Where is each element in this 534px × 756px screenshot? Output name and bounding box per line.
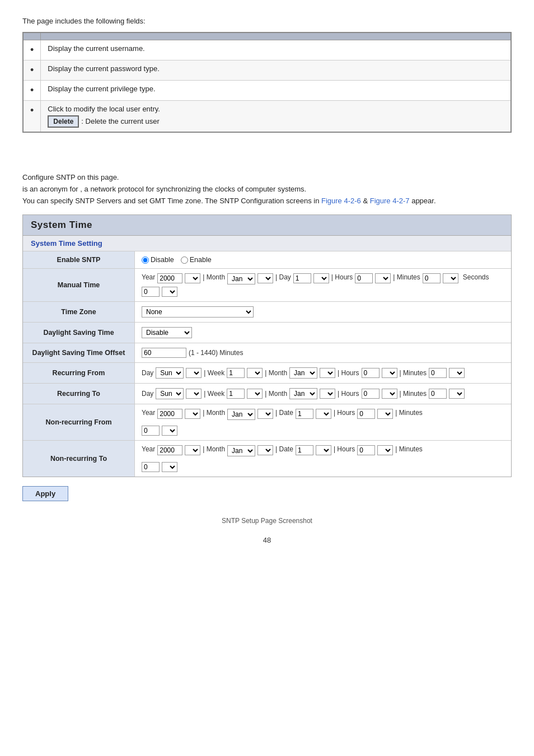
- setting-label: Manual Time: [23, 269, 135, 301]
- year-dropdown[interactable]: ▼: [185, 273, 200, 283]
- setting-value: DaySun▼| Week▼| MonthJan▼| Hours▼| Minut…: [135, 384, 511, 404]
- nonrec-month-dropdown[interactable]: ▼: [257, 409, 273, 419]
- nonrec-date-dropdown[interactable]: ▼: [316, 445, 331, 455]
- table-row: •Click to modify the local user entry.De…: [23, 101, 511, 133]
- nonrec-hours-dropdown[interactable]: ▼: [377, 409, 393, 419]
- bullet-cell: •: [23, 40, 41, 60]
- nonrec-month-select[interactable]: Jan: [227, 409, 255, 420]
- table-row: •Display the current username.: [23, 40, 511, 60]
- bullet-cell: •: [23, 81, 41, 101]
- sntp-configure-text: Configure SNTP on this page.: [22, 172, 512, 184]
- nonrec-year-label: Year: [142, 445, 155, 453]
- recurring-week-dropdown[interactable]: ▼: [247, 368, 263, 378]
- nonrec-month-dropdown[interactable]: ▼: [257, 445, 273, 455]
- recurring-week-input[interactable]: [227, 368, 245, 378]
- setting-label: Enable SNTP: [23, 251, 135, 268]
- radio-input-enable[interactable]: [181, 256, 188, 264]
- nonrec-date-label: | Date: [275, 445, 293, 453]
- recurring-minutes-input[interactable]: [429, 368, 447, 378]
- recurring-minutes-dropdown[interactable]: ▼: [449, 389, 465, 399]
- recurring-hours-input[interactable]: [362, 368, 380, 378]
- nonrec-minutes-input[interactable]: [142, 426, 160, 436]
- recurring-minutes-label: | Minutes: [400, 369, 427, 377]
- setting-value: DaySun▼| Week▼| MonthJan▼| Hours▼| Minut…: [135, 363, 511, 383]
- radio-option-enable[interactable]: Enable: [181, 256, 212, 264]
- nonrec-minutes-dropdown[interactable]: ▼: [162, 426, 177, 436]
- recurring-minutes-input[interactable]: [429, 389, 447, 399]
- minutes-label: | Minutes: [393, 273, 420, 281]
- recurring-week-input[interactable]: [227, 389, 245, 399]
- sntp-acronym-text: is an acronym for , a network protocol f…: [22, 184, 512, 195]
- sntp-figure-text: You can specify SNTP Servers and set GMT…: [22, 195, 512, 207]
- recurring-minutes-dropdown[interactable]: ▼: [449, 368, 465, 378]
- nonrec-year-input[interactable]: [157, 445, 182, 455]
- day-input[interactable]: [293, 273, 311, 283]
- figure-2-link[interactable]: Figure 4-2-7: [370, 197, 410, 205]
- recurring-hours-dropdown[interactable]: ▼: [382, 389, 397, 399]
- figure-1-link[interactable]: Figure 4-2-6: [321, 197, 361, 205]
- setting-row: Recurring ToDaySun▼| Week▼| MonthJan▼| H…: [23, 384, 511, 404]
- recurring-hours-dropdown[interactable]: ▼: [382, 368, 397, 378]
- radio-option-disable[interactable]: Disable: [142, 256, 174, 264]
- system-time-header: System Time: [23, 215, 511, 236]
- delete-button[interactable]: Delete: [48, 115, 79, 128]
- setting-label: Non-recurring To: [23, 441, 135, 477]
- setting-row: Time ZoneNone: [23, 302, 511, 323]
- recurring-hours-input[interactable]: [362, 389, 380, 399]
- recurring-week-dropdown[interactable]: ▼: [247, 389, 263, 399]
- nonrec-date-label: | Date: [275, 409, 293, 417]
- seconds-input[interactable]: [142, 287, 160, 297]
- setting-label: Recurring To: [23, 384, 135, 404]
- description-cell: Display the current privilege type.: [41, 81, 511, 101]
- nonrec-month-select[interactable]: Jan: [227, 445, 255, 456]
- recurring-day-dropdown[interactable]: ▼: [186, 368, 202, 378]
- nonrec-year-label: Year: [142, 409, 155, 417]
- recurring-minutes-label: | Minutes: [400, 390, 427, 398]
- nonrec-hours-label: | Hours: [334, 445, 355, 453]
- setting-value: Disable: [135, 323, 511, 343]
- setting-row: Recurring FromDaySun▼| Week▼| MonthJan▼|…: [23, 363, 511, 384]
- nonrec-minutes-dropdown[interactable]: ▼: [162, 462, 177, 472]
- hours-dropdown[interactable]: ▼: [375, 273, 391, 283]
- nonrec-minutes-label: | Minutes: [395, 445, 422, 453]
- nonrec-hours-dropdown[interactable]: ▼: [377, 445, 393, 455]
- recurring-day-dropdown[interactable]: ▼: [186, 389, 202, 399]
- offset-input[interactable]: [142, 348, 186, 358]
- hours-input[interactable]: [355, 273, 373, 283]
- minutes-input[interactable]: [423, 273, 441, 283]
- nonrec-year-dropdown[interactable]: ▼: [185, 445, 200, 455]
- month-select[interactable]: Jan: [227, 273, 255, 284]
- page-caption: SNTP Setup Page Screenshot: [22, 517, 512, 525]
- setting-value: None: [135, 302, 511, 322]
- description-cell: Display the current username.: [41, 40, 511, 60]
- nonrec-date-input[interactable]: [296, 445, 313, 455]
- recurring-day-select[interactable]: Sun: [156, 367, 184, 379]
- nonrec-date-input[interactable]: [296, 409, 313, 419]
- col-header-2: [41, 32, 511, 40]
- seconds-dropdown[interactable]: ▼: [162, 287, 177, 297]
- nonrec-year-dropdown[interactable]: ▼: [185, 409, 200, 419]
- apply-button[interactable]: Apply: [22, 486, 68, 501]
- nonrec-hours-input[interactable]: [357, 409, 375, 419]
- recurring-month-select[interactable]: Jan: [289, 367, 317, 379]
- radio-input-disable[interactable]: [142, 256, 149, 264]
- bullet-cell: •: [23, 60, 41, 81]
- system-time-box: System Time System Time Setting Enable S…: [22, 214, 512, 477]
- bullet-cell: •: [23, 101, 41, 133]
- single-select-3[interactable]: Disable: [142, 327, 192, 338]
- setting-label: Recurring From: [23, 363, 135, 383]
- recurring-month-dropdown[interactable]: ▼: [320, 368, 335, 378]
- single-select-2[interactable]: None: [142, 306, 254, 318]
- nonrec-hours-input[interactable]: [357, 445, 375, 455]
- month-label: | Month: [203, 273, 225, 281]
- year-input[interactable]: [157, 273, 182, 283]
- month-dropdown[interactable]: ▼: [257, 273, 273, 283]
- day-dropdown[interactable]: ▼: [313, 273, 329, 283]
- recurring-day-select[interactable]: Sun: [156, 388, 184, 399]
- nonrec-minutes-input[interactable]: [142, 462, 160, 472]
- nonrec-year-input[interactable]: [157, 409, 182, 419]
- recurring-month-select[interactable]: Jan: [289, 388, 317, 399]
- minutes-dropdown[interactable]: ▼: [443, 273, 458, 283]
- nonrec-date-dropdown[interactable]: ▼: [316, 409, 331, 419]
- recurring-month-dropdown[interactable]: ▼: [320, 389, 335, 399]
